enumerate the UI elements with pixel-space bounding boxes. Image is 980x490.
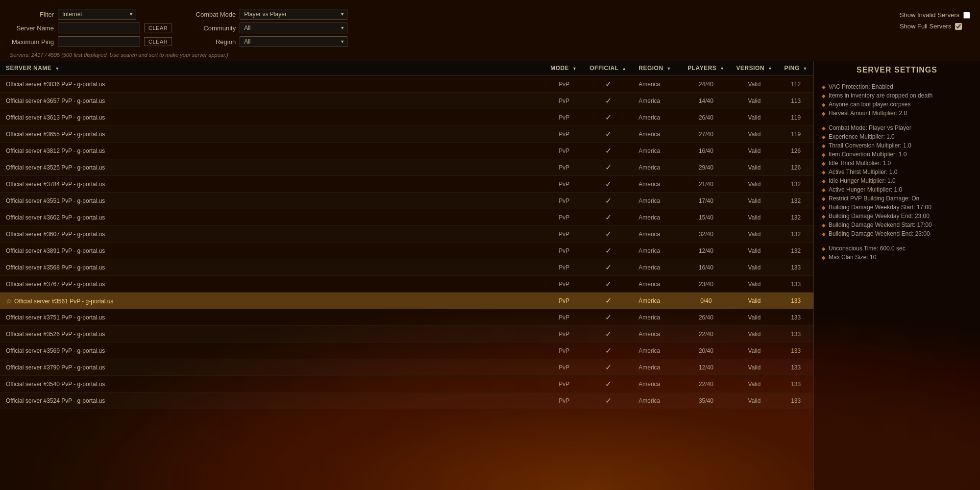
settings-item: ◆VAC Protection: Enabled [822,83,972,90]
server-players-cell: 27/40 [682,126,730,143]
table-row[interactable]: Official server #3613 PvP - g-portal.usP… [0,109,813,126]
server-mode-cell: PvP [544,193,584,209]
community-row: Community All None Strict [192,23,347,33]
table-row[interactable]: Official server #3607 PvP - g-portal.usP… [0,226,813,243]
table-row[interactable]: Official server #3524 PvP - g-portal.usP… [0,392,813,409]
diamond-icon: ◆ [822,111,826,116]
col-header-server-name[interactable]: SERVER NAME ▼ [0,61,544,76]
table-row[interactable]: Official server #3836 PvP - g-portal.usP… [0,76,813,93]
server-ping-cell: 132 [778,226,813,243]
server-name-text: Official server #3657 PvP - g-portal.us [6,98,105,104]
table-row[interactable]: Official server #3526 PvP - g-portal.usP… [0,326,813,343]
settings-items-container: ◆VAC Protection: Enabled◆Items in invent… [822,83,972,261]
diamond-icon: ◆ [822,231,826,237]
table-row[interactable]: Official server #3568 PvP - g-portal.usP… [0,259,813,276]
show-invalid-checkbox[interactable] [963,12,970,19]
server-official-cell: ✓ [584,109,633,126]
col-header-players[interactable]: PLAYERS ▼ [682,61,730,76]
server-name-clear-button[interactable]: CLEAR [144,24,172,32]
server-version-cell: Valid [731,76,779,93]
table-row[interactable]: Official server #3525 PvP - g-portal.usP… [0,159,813,176]
server-name-cell: Official server #3524 PvP - g-portal.us [0,392,544,409]
server-players-cell: 26/40 [682,309,730,326]
filter-select[interactable]: Internet LAN Friends [58,9,136,20]
server-region-cell: America [633,309,682,326]
table-row[interactable]: Official server #3551 PvP - g-portal.usP… [0,193,813,209]
server-mode-cell: PvP [544,76,584,93]
show-invalid-row[interactable]: Show Invalid Servers [900,11,970,19]
table-row[interactable]: Official server #3657 PvP - g-portal.usP… [0,93,813,109]
col-header-ping[interactable]: PING ▼ [778,61,813,76]
server-version-cell: Valid [731,309,779,326]
table-row[interactable]: Official server #3655 PvP - g-portal.usP… [0,126,813,143]
settings-spacer [822,119,972,124]
server-ping-cell: 133 [778,343,813,359]
server-region-cell: America [633,243,682,259]
server-name-cell: Official server #3525 PvP - g-portal.us [0,159,544,176]
table-row[interactable]: ☆Official server #3561 PvP - g-portal.us… [0,293,813,309]
server-region-cell: America [633,376,682,392]
settings-item: ◆Idle Thirst Multiplier: 1.0 [822,160,972,167]
table-row[interactable]: Official server #3767 PvP - g-portal.usP… [0,276,813,293]
server-region-cell: America [633,76,682,93]
settings-spacer [822,239,972,245]
table-row[interactable]: Official server #3751 PvP - g-portal.usP… [0,309,813,326]
server-region-cell: America [633,226,682,243]
settings-item: ◆Max Clan Size: 10 [822,254,972,261]
diamond-icon: ◆ [822,222,826,228]
table-row[interactable]: Official server #3569 PvP - g-portal.usP… [0,343,813,359]
settings-item: ◆Unconscious Time: 600.0 sec [822,245,972,252]
diamond-icon: ◆ [822,161,826,166]
table-row[interactable]: Official server #3812 PvP - g-portal.usP… [0,143,813,159]
settings-item-text: Building Damage Weekend End: 23:00 [829,230,930,237]
server-name-cell: Official server #3602 PvP - g-portal.us [0,209,544,226]
show-full-checkbox[interactable] [955,23,962,30]
left-filter-group: Filter Internet LAN Friends Server Name … [10,9,172,47]
combat-mode-select[interactable]: Player vs Player Player vs Environment A… [240,9,347,20]
server-players-cell: 22/40 [682,326,730,343]
players-sort-icon: ▼ [720,66,724,71]
checkboxes-group: Show Invalid Servers Show Full Servers [900,9,970,30]
col-header-region[interactable]: REGION ▼ [633,61,682,76]
community-label: Community [192,24,236,32]
table-wrapper[interactable]: SERVER NAME ▼ MODE ▼ OFFICIAL ▲ [0,61,813,490]
server-version-cell: Valid [731,359,779,376]
server-name-cell: Official server #3784 PvP - g-portal.us [0,176,544,193]
server-name-row: Server Name CLEAR [10,23,172,33]
server-official-cell: ✓ [584,276,633,293]
col-header-mode[interactable]: MODE ▼ [544,61,584,76]
server-name-input[interactable] [58,23,140,33]
table-row[interactable]: Official server #3540 PvP - g-portal.usP… [0,376,813,392]
server-players-cell: 0/40 [682,293,730,309]
server-mode-cell: PvP [544,159,584,176]
server-name-cell: Official server #3836 PvP - g-portal.us [0,76,544,93]
table-row[interactable]: Official server #3784 PvP - g-portal.usP… [0,176,813,193]
combat-mode-label: Combat Mode [192,11,236,18]
max-ping-input[interactable] [58,36,140,47]
col-header-official[interactable]: OFFICIAL ▲ [584,61,633,76]
diamond-icon: ◆ [822,205,826,210]
max-ping-clear-button[interactable]: CLEAR [144,37,172,46]
server-ping-cell: 113 [778,93,813,109]
table-row[interactable]: Official server #3790 PvP - g-portal.usP… [0,359,813,376]
col-header-version[interactable]: VERSION ▼ [731,61,779,76]
server-name-text: Official server #3569 PvP - g-portal.us [6,347,105,354]
table-row[interactable]: Official server #3891 PvP - g-portal.usP… [0,243,813,259]
region-select[interactable]: All America Europe Asia [240,36,347,47]
settings-item-text: Building Damage Weekend Start: 17:00 [829,221,932,228]
table-row[interactable]: Official server #3602 PvP - g-portal.usP… [0,209,813,226]
server-players-cell: 21/40 [682,176,730,193]
show-full-row[interactable]: Show Full Servers [900,23,970,30]
server-official-cell: ✓ [584,126,633,143]
server-name-cell: Official server #3812 PvP - g-portal.us [0,143,544,159]
server-ping-cell: 132 [778,176,813,193]
community-select[interactable]: All None Strict [240,23,347,33]
server-name-cell: ☆Official server #3561 PvP - g-portal.us [0,293,544,309]
diamond-icon: ◆ [822,214,826,219]
server-name-cell: Official server #3767 PvP - g-portal.us [0,276,544,293]
server-official-cell: ✓ [584,309,633,326]
server-name-cell: Official server #3540 PvP - g-portal.us [0,376,544,392]
settings-item-text: Unconscious Time: 600.0 sec [829,245,906,252]
server-players-cell: 23/40 [682,276,730,293]
settings-item: ◆Experience Multiplier: 1.0 [822,133,972,140]
